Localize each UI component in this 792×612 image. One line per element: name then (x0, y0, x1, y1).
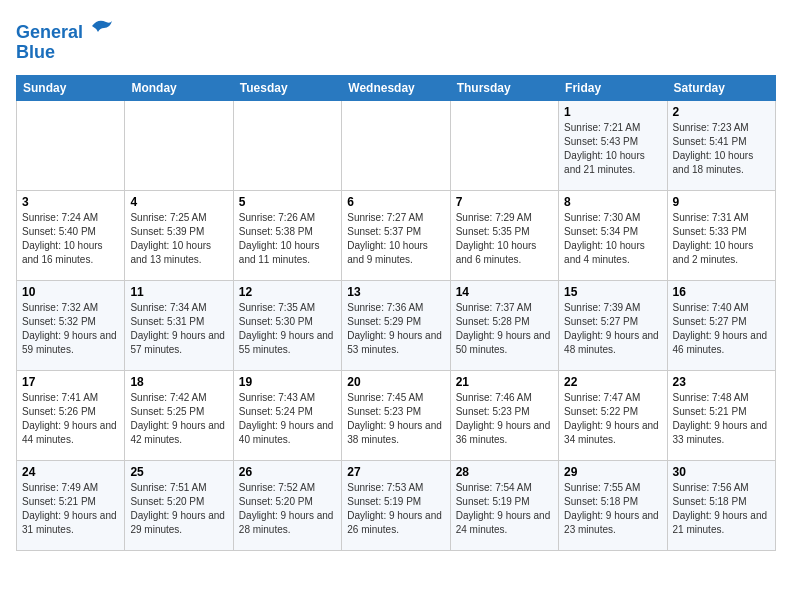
day-info: Sunrise: 7:30 AMSunset: 5:34 PMDaylight:… (564, 211, 661, 267)
day-number: 8 (564, 195, 661, 209)
day-info: Sunrise: 7:41 AMSunset: 5:26 PMDaylight:… (22, 391, 119, 447)
day-info: Sunrise: 7:52 AMSunset: 5:20 PMDaylight:… (239, 481, 336, 537)
calendar-cell: 5Sunrise: 7:26 AMSunset: 5:38 PMDaylight… (233, 190, 341, 280)
day-number: 11 (130, 285, 227, 299)
calendar-cell: 10Sunrise: 7:32 AMSunset: 5:32 PMDayligh… (17, 280, 125, 370)
day-info: Sunrise: 7:46 AMSunset: 5:23 PMDaylight:… (456, 391, 553, 447)
calendar-cell: 25Sunrise: 7:51 AMSunset: 5:20 PMDayligh… (125, 460, 233, 550)
day-info: Sunrise: 7:32 AMSunset: 5:32 PMDaylight:… (22, 301, 119, 357)
day-number: 12 (239, 285, 336, 299)
calendar-cell: 4Sunrise: 7:25 AMSunset: 5:39 PMDaylight… (125, 190, 233, 280)
calendar-cell: 29Sunrise: 7:55 AMSunset: 5:18 PMDayligh… (559, 460, 667, 550)
calendar-cell: 7Sunrise: 7:29 AMSunset: 5:35 PMDaylight… (450, 190, 558, 280)
calendar-cell: 16Sunrise: 7:40 AMSunset: 5:27 PMDayligh… (667, 280, 775, 370)
day-number: 10 (22, 285, 119, 299)
calendar-cell: 11Sunrise: 7:34 AMSunset: 5:31 PMDayligh… (125, 280, 233, 370)
day-info: Sunrise: 7:48 AMSunset: 5:21 PMDaylight:… (673, 391, 770, 447)
calendar-cell: 28Sunrise: 7:54 AMSunset: 5:19 PMDayligh… (450, 460, 558, 550)
day-info: Sunrise: 7:27 AMSunset: 5:37 PMDaylight:… (347, 211, 444, 267)
day-number: 30 (673, 465, 770, 479)
day-number: 14 (456, 285, 553, 299)
calendar-cell (342, 100, 450, 190)
day-number: 13 (347, 285, 444, 299)
calendar-week-4: 17Sunrise: 7:41 AMSunset: 5:26 PMDayligh… (17, 370, 776, 460)
calendar-cell: 20Sunrise: 7:45 AMSunset: 5:23 PMDayligh… (342, 370, 450, 460)
day-info: Sunrise: 7:43 AMSunset: 5:24 PMDaylight:… (239, 391, 336, 447)
calendar-cell: 9Sunrise: 7:31 AMSunset: 5:33 PMDaylight… (667, 190, 775, 280)
day-info: Sunrise: 7:39 AMSunset: 5:27 PMDaylight:… (564, 301, 661, 357)
calendar-cell: 14Sunrise: 7:37 AMSunset: 5:28 PMDayligh… (450, 280, 558, 370)
calendar-cell: 8Sunrise: 7:30 AMSunset: 5:34 PMDaylight… (559, 190, 667, 280)
day-number: 3 (22, 195, 119, 209)
day-info: Sunrise: 7:21 AMSunset: 5:43 PMDaylight:… (564, 121, 661, 177)
logo-general: General (16, 22, 83, 42)
calendar-week-2: 3Sunrise: 7:24 AMSunset: 5:40 PMDaylight… (17, 190, 776, 280)
day-info: Sunrise: 7:40 AMSunset: 5:27 PMDaylight:… (673, 301, 770, 357)
calendar-cell (450, 100, 558, 190)
calendar-cell: 1Sunrise: 7:21 AMSunset: 5:43 PMDaylight… (559, 100, 667, 190)
day-info: Sunrise: 7:36 AMSunset: 5:29 PMDaylight:… (347, 301, 444, 357)
day-number: 26 (239, 465, 336, 479)
calendar-cell (233, 100, 341, 190)
calendar-cell: 21Sunrise: 7:46 AMSunset: 5:23 PMDayligh… (450, 370, 558, 460)
calendar-cell: 27Sunrise: 7:53 AMSunset: 5:19 PMDayligh… (342, 460, 450, 550)
calendar-cell: 24Sunrise: 7:49 AMSunset: 5:21 PMDayligh… (17, 460, 125, 550)
logo-blue: Blue (16, 42, 55, 62)
weekday-header-thursday: Thursday (450, 75, 558, 100)
calendar-week-1: 1Sunrise: 7:21 AMSunset: 5:43 PMDaylight… (17, 100, 776, 190)
day-info: Sunrise: 7:24 AMSunset: 5:40 PMDaylight:… (22, 211, 119, 267)
day-number: 9 (673, 195, 770, 209)
day-number: 1 (564, 105, 661, 119)
day-number: 17 (22, 375, 119, 389)
calendar-cell: 19Sunrise: 7:43 AMSunset: 5:24 PMDayligh… (233, 370, 341, 460)
calendar-header-row: SundayMondayTuesdayWednesdayThursdayFrid… (17, 75, 776, 100)
day-number: 24 (22, 465, 119, 479)
day-info: Sunrise: 7:54 AMSunset: 5:19 PMDaylight:… (456, 481, 553, 537)
day-number: 18 (130, 375, 227, 389)
day-info: Sunrise: 7:49 AMSunset: 5:21 PMDaylight:… (22, 481, 119, 537)
calendar-cell: 12Sunrise: 7:35 AMSunset: 5:30 PMDayligh… (233, 280, 341, 370)
day-number: 16 (673, 285, 770, 299)
day-info: Sunrise: 7:47 AMSunset: 5:22 PMDaylight:… (564, 391, 661, 447)
day-number: 4 (130, 195, 227, 209)
day-info: Sunrise: 7:31 AMSunset: 5:33 PMDaylight:… (673, 211, 770, 267)
weekday-header-monday: Monday (125, 75, 233, 100)
day-info: Sunrise: 7:29 AMSunset: 5:35 PMDaylight:… (456, 211, 553, 267)
day-info: Sunrise: 7:23 AMSunset: 5:41 PMDaylight:… (673, 121, 770, 177)
day-info: Sunrise: 7:37 AMSunset: 5:28 PMDaylight:… (456, 301, 553, 357)
calendar-cell: 23Sunrise: 7:48 AMSunset: 5:21 PMDayligh… (667, 370, 775, 460)
page-header: General Blue (16, 16, 776, 63)
calendar-cell (125, 100, 233, 190)
calendar-cell: 6Sunrise: 7:27 AMSunset: 5:37 PMDaylight… (342, 190, 450, 280)
day-number: 22 (564, 375, 661, 389)
day-info: Sunrise: 7:34 AMSunset: 5:31 PMDaylight:… (130, 301, 227, 357)
logo-bird-icon (90, 14, 114, 38)
calendar-cell: 30Sunrise: 7:56 AMSunset: 5:18 PMDayligh… (667, 460, 775, 550)
day-info: Sunrise: 7:25 AMSunset: 5:39 PMDaylight:… (130, 211, 227, 267)
calendar-cell: 3Sunrise: 7:24 AMSunset: 5:40 PMDaylight… (17, 190, 125, 280)
day-number: 29 (564, 465, 661, 479)
day-info: Sunrise: 7:51 AMSunset: 5:20 PMDaylight:… (130, 481, 227, 537)
day-number: 2 (673, 105, 770, 119)
day-number: 21 (456, 375, 553, 389)
weekday-header-saturday: Saturday (667, 75, 775, 100)
day-info: Sunrise: 7:45 AMSunset: 5:23 PMDaylight:… (347, 391, 444, 447)
day-number: 20 (347, 375, 444, 389)
day-number: 27 (347, 465, 444, 479)
calendar-cell: 18Sunrise: 7:42 AMSunset: 5:25 PMDayligh… (125, 370, 233, 460)
weekday-header-sunday: Sunday (17, 75, 125, 100)
day-info: Sunrise: 7:35 AMSunset: 5:30 PMDaylight:… (239, 301, 336, 357)
day-number: 25 (130, 465, 227, 479)
calendar-cell (17, 100, 125, 190)
weekday-header-friday: Friday (559, 75, 667, 100)
day-number: 5 (239, 195, 336, 209)
day-number: 6 (347, 195, 444, 209)
calendar-table: SundayMondayTuesdayWednesdayThursdayFrid… (16, 75, 776, 551)
day-number: 28 (456, 465, 553, 479)
day-number: 15 (564, 285, 661, 299)
calendar-cell: 26Sunrise: 7:52 AMSunset: 5:20 PMDayligh… (233, 460, 341, 550)
calendar-cell: 15Sunrise: 7:39 AMSunset: 5:27 PMDayligh… (559, 280, 667, 370)
day-info: Sunrise: 7:55 AMSunset: 5:18 PMDaylight:… (564, 481, 661, 537)
calendar-week-3: 10Sunrise: 7:32 AMSunset: 5:32 PMDayligh… (17, 280, 776, 370)
day-number: 7 (456, 195, 553, 209)
